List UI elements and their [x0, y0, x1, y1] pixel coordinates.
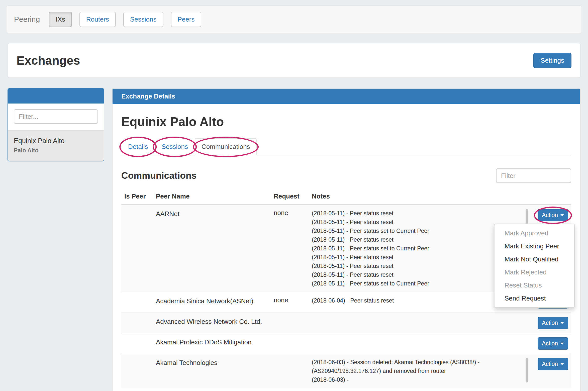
exchange-details-panel: Exchange Details Equinix Palo Alto Detai… — [112, 88, 580, 391]
menu-item-reset-status[interactable]: Reset Status — [495, 279, 574, 292]
caret-down-icon — [560, 343, 564, 345]
notes-scrollbar[interactable] — [526, 358, 528, 382]
page-header-panel: Exchanges Settings — [8, 43, 580, 78]
settings-button[interactable]: Settings — [533, 53, 571, 68]
request-cell: none — [271, 205, 309, 292]
note-entry: (2018-05-11) - Peer status reset — [312, 253, 515, 262]
exchange-list-panel-header — [8, 89, 104, 104]
is-peer-cell — [121, 333, 153, 354]
is-peer-cell — [121, 205, 153, 292]
nav-button-peers[interactable]: Peers — [171, 12, 202, 27]
exchange-filter-input[interactable] — [14, 109, 98, 124]
request-cell — [271, 313, 309, 333]
note-entry: (2018-05-11) - Peer status reset — [312, 262, 515, 270]
action-button[interactable]: Action — [538, 358, 568, 370]
table-body: AARNetnone(2018-05-11) - Peer status res… — [121, 205, 571, 388]
action-button-wrap: Action — [538, 209, 568, 221]
menu-item-mark-rejected[interactable]: Mark Rejected — [495, 266, 574, 279]
nav-button-sessions[interactable]: Sessions — [123, 12, 163, 27]
action-button[interactable]: Action — [538, 317, 568, 329]
exchange-list-panel: Equinix Palo AltoPalo Alto — [8, 88, 104, 161]
tab-item: Communications — [195, 138, 257, 155]
tab-details[interactable]: Details — [121, 138, 155, 155]
note-entry: (2018-05-11) - Peer status reset — [312, 270, 515, 279]
notes-cell: (2018-06-04) - Peer status reset — [309, 292, 518, 313]
nav-button-ixs[interactable]: IXs — [49, 12, 72, 27]
note-entry: (2018-05-11) - Peer status set to Curren… — [312, 227, 515, 235]
note-entry: (2018-05-11) - Peer status set to Curren… — [312, 279, 515, 288]
top-navbar: Peering IXsRoutersSessionsPeers — [6, 5, 582, 33]
notes-cell — [309, 313, 518, 333]
table-row: Akamai Prolexic DDoS MitigationAction — [121, 333, 571, 354]
exchange-item-city: Palo Alto — [14, 147, 98, 154]
exchange-details-panel-header: Exchange Details — [113, 89, 580, 104]
action-cell: Action — [518, 354, 571, 388]
action-cell: ActionMark ApprovedMark Existing PeerMar… — [518, 205, 571, 292]
note-entry: (2018-05-11) - Peer status reset — [312, 235, 515, 244]
action-dropdown-menu: Mark ApprovedMark Existing PeerMark Not … — [494, 224, 575, 308]
caret-down-icon — [560, 214, 564, 216]
table-row: AARNetnone(2018-05-11) - Peer status res… — [121, 205, 571, 292]
is-peer-cell — [121, 354, 153, 388]
note-entry: (2018-05-11) - Peer status reset — [312, 218, 515, 227]
tab-communications[interactable]: Communications — [195, 138, 257, 155]
exchange-list-panel-body — [8, 104, 104, 130]
table-row: Akamai Technologies(2018-06-03) - Sessio… — [121, 354, 571, 388]
menu-item-mark-existing-peer[interactable]: Mark Existing Peer — [495, 240, 574, 253]
peer-name-cell: Akamai Prolexic DDoS Mitigation — [153, 333, 271, 354]
peer-name-cell: Akamai Technologies — [153, 354, 271, 388]
menu-item-mark-approved[interactable]: Mark Approved — [495, 227, 574, 240]
notes-cell — [309, 333, 518, 354]
table-header-row: Is PeerPeer NameRequestNotes — [121, 189, 571, 205]
page: Peering IXsRoutersSessionsPeers Exchange… — [0, 5, 588, 391]
column-header-is-peer: Is Peer — [121, 189, 153, 205]
tab-item: Details — [121, 138, 155, 155]
exchange-details-body: Equinix Palo Alto DetailsSessionsCommuni… — [113, 104, 580, 391]
notes-cell: (2018-06-03) - Session deleted: Akamai T… — [309, 354, 518, 388]
is-peer-cell — [121, 313, 153, 333]
table-row: Advanced Wireless Network Co. Ltd.Action — [121, 313, 571, 333]
request-cell: none — [271, 292, 309, 313]
notes-cell: (2018-05-11) - Peer status reset(2018-05… — [309, 205, 518, 292]
tab-item: Sessions — [155, 138, 195, 155]
action-cell: Action — [518, 313, 571, 333]
nav-buttons: IXsRoutersSessionsPeers — [49, 12, 201, 27]
request-cell — [271, 354, 309, 388]
note-entry: (2018-06-03) - Session deleted: Akamai T… — [312, 358, 515, 375]
section-title: Communications — [121, 170, 197, 181]
peer-name-cell: Academia Sinica Network(ASNet) — [153, 292, 271, 313]
menu-item-send-request[interactable]: Send Request — [495, 292, 574, 305]
communications-filter-input[interactable] — [496, 168, 571, 183]
request-cell — [271, 333, 309, 354]
action-cell: Action — [518, 333, 571, 354]
exchange-item-name: Equinix Palo Alto — [14, 137, 98, 145]
action-button-label: Action — [542, 212, 558, 219]
page-title: Exchanges — [17, 54, 80, 67]
column-header-notes: Notes — [309, 189, 518, 205]
app-brand: Peering — [14, 15, 40, 24]
content-area: Equinix Palo AltoPalo Alto Exchange Deta… — [8, 88, 580, 391]
exchange-list-item[interactable]: Equinix Palo AltoPalo Alto — [8, 130, 104, 161]
peer-name-cell: AARNet — [153, 205, 271, 292]
action-button-wrap: Action — [538, 337, 568, 350]
exchange-list: Equinix Palo AltoPalo Alto — [8, 130, 104, 161]
caret-down-icon — [560, 322, 564, 324]
action-button[interactable]: Action — [538, 337, 568, 350]
menu-item-mark-not-qualified[interactable]: Mark Not Qualified — [495, 253, 574, 266]
tab-sessions[interactable]: Sessions — [155, 138, 195, 155]
action-button-wrap: Action — [538, 358, 568, 370]
action-button[interactable]: Action — [538, 209, 568, 221]
note-entry: (2018-05-11) - Peer status set to Curren… — [312, 244, 515, 253]
exchange-title: Equinix Palo Alto — [121, 115, 571, 129]
column-header-request: Request — [271, 189, 309, 205]
is-peer-cell — [121, 292, 153, 313]
column-header-actions — [518, 189, 571, 205]
nav-button-routers[interactable]: Routers — [79, 12, 116, 27]
column-header-peer-name: Peer Name — [153, 189, 271, 205]
communications-table: Is PeerPeer NameRequestNotes AARNetnone(… — [121, 189, 571, 388]
action-button-label: Action — [542, 361, 558, 367]
notes-scrollbar[interactable] — [526, 209, 528, 225]
communications-section-header: Communications — [121, 168, 571, 183]
tab-bar: DetailsSessionsCommunications — [121, 138, 571, 155]
peer-name-cell: Advanced Wireless Network Co. Ltd. — [153, 313, 271, 333]
